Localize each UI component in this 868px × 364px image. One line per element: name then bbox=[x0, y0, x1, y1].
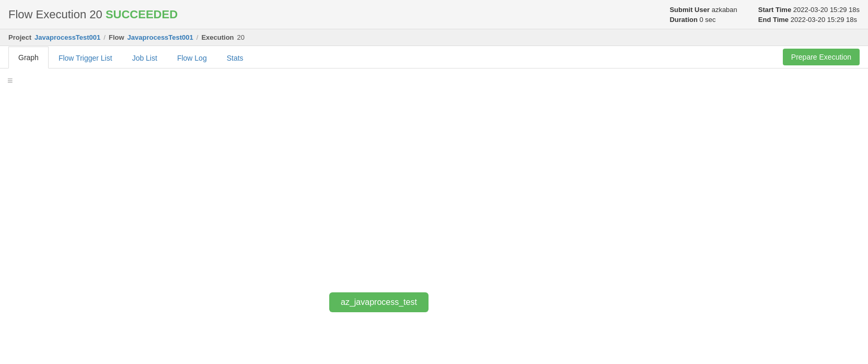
tab-job-list[interactable]: Job List bbox=[122, 47, 167, 69]
status-badge: SUCCEEDED bbox=[106, 8, 178, 21]
graph-node[interactable]: az_javaprocess_test bbox=[329, 292, 429, 312]
execution-label: Execution bbox=[201, 33, 234, 41]
tab-bar: Graph Flow Trigger List Job List Flow Lo… bbox=[0, 46, 868, 69]
submit-user-row: Submit User azkaban bbox=[669, 6, 737, 14]
duration-row: Duration 0 sec bbox=[669, 16, 737, 24]
page-title: Flow Execution 20 SUCCEEDED bbox=[8, 8, 178, 21]
tabs: Graph Flow Trigger List Job List Flow Lo… bbox=[8, 46, 253, 68]
flow-label: Flow bbox=[109, 33, 124, 41]
time-col: Start Time 2022-03-20 15:29 18s End Time… bbox=[758, 6, 860, 24]
sep-1: / bbox=[103, 33, 106, 41]
graph-area: ≡ az_javaprocess_test bbox=[0, 69, 868, 344]
submit-user-label: Submit User bbox=[669, 6, 710, 14]
list-icon: ≡ bbox=[7, 76, 13, 85]
breadcrumb: Project JavaprocessTest001 / Flow Javapr… bbox=[0, 29, 868, 46]
tab-flow-log[interactable]: Flow Log bbox=[167, 47, 217, 69]
project-label: Project bbox=[8, 33, 31, 41]
start-time-row: Start Time 2022-03-20 15:29 18s bbox=[758, 6, 860, 14]
submit-user-col: Submit User azkaban Duration 0 sec bbox=[669, 6, 737, 24]
end-time-value: 2022-03-20 15:29 18s bbox=[791, 16, 857, 24]
duration-value: 0 sec bbox=[700, 16, 716, 24]
submit-user-value: azkaban bbox=[712, 6, 737, 14]
flow-link[interactable]: JavaprocessTest001 bbox=[128, 33, 193, 41]
prepare-execution-button[interactable]: Prepare Execution bbox=[783, 49, 860, 65]
sep-2: / bbox=[196, 33, 199, 41]
tab-flow-trigger-list[interactable]: Flow Trigger List bbox=[49, 47, 122, 69]
project-link[interactable]: JavaprocessTest001 bbox=[34, 33, 100, 41]
page-header: Flow Execution 20 SUCCEEDED Submit User … bbox=[0, 0, 868, 29]
end-time-row: End Time 2022-03-20 15:29 18s bbox=[758, 16, 860, 24]
start-time-label: Start Time bbox=[758, 6, 791, 14]
start-time-value: 2022-03-20 15:29 18s bbox=[793, 6, 860, 14]
tab-stats[interactable]: Stats bbox=[217, 47, 253, 69]
end-time-label: End Time bbox=[758, 16, 789, 24]
tab-graph[interactable]: Graph bbox=[8, 47, 49, 69]
execution-value: 20 bbox=[237, 33, 245, 41]
title-prefix: Flow Execution 20 bbox=[8, 8, 102, 21]
header-metadata: Submit User azkaban Duration 0 sec Start… bbox=[669, 6, 860, 24]
duration-label: Duration bbox=[669, 16, 697, 24]
